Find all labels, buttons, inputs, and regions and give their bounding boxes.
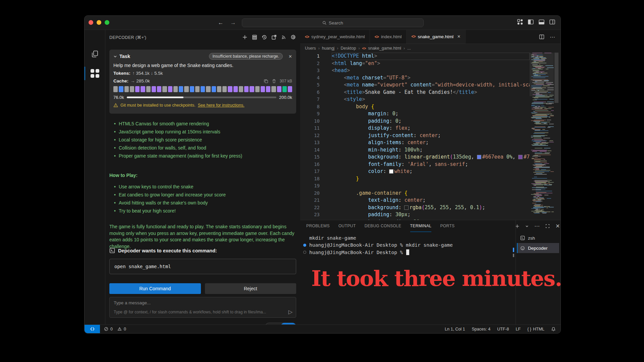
warnings-count[interactable]: 0	[124, 327, 126, 331]
split-editor-icon[interactable]	[539, 34, 544, 40]
editor-tab-index.html[interactable]: <>index.html	[370, 30, 407, 44]
context-block	[152, 86, 156, 92]
bell-icon[interactable]	[551, 327, 556, 331]
panel-more-icon[interactable]: ⋯	[534, 223, 540, 229]
tokens-label: Tokens:	[113, 71, 130, 76]
close-window-button[interactable]	[89, 20, 93, 25]
color-swatch	[519, 155, 522, 159]
task-close-icon[interactable]: ✕	[288, 54, 292, 59]
command-center-search[interactable]: Search	[242, 18, 424, 27]
list-item: Proper game state management (waiting fo…	[113, 152, 296, 160]
pages-icon[interactable]	[85, 46, 105, 62]
panel-tab-output[interactable]: OUTPUT	[338, 220, 356, 232]
broadcast-icon[interactable]	[281, 35, 286, 40]
git-instructions-link[interactable]: See here for instructions.	[198, 103, 245, 108]
toggle-panel-icon[interactable]	[539, 19, 544, 25]
context-block	[233, 86, 238, 92]
status-item[interactable]: Spaces: 4	[472, 327, 491, 331]
errors-count[interactable]: 0	[110, 327, 113, 331]
status-item[interactable]: Ln 1, Col 1	[445, 327, 465, 331]
line-number: 15	[300, 154, 320, 161]
close-panel-icon[interactable]: ✕	[555, 223, 560, 229]
status-item[interactable]: LF	[516, 327, 521, 331]
context-block	[157, 86, 161, 92]
panel-tab-terminal[interactable]: TERMINAL	[410, 220, 432, 232]
remote-indicator[interactable]	[85, 325, 100, 333]
line-number: 4	[300, 74, 320, 82]
breadcrumb-item[interactable]: Users	[305, 46, 316, 51]
terminal-name: zsh	[528, 236, 535, 241]
breadcrumb-item[interactable]: snake_game.html	[368, 46, 401, 51]
editor-tab-snake_game.html[interactable]: <>snake_game.html✕	[407, 30, 466, 44]
status-item[interactable]: UTF-8	[497, 327, 509, 331]
minimize-window-button[interactable]	[97, 20, 101, 25]
mcp-servers-icon[interactable]	[252, 35, 257, 40]
terminal-output[interactable]: mkdir snake-gamehuangj@JingMacBook-Air D…	[302, 234, 510, 256]
toggle-sidebar-icon[interactable]	[528, 19, 534, 25]
terminal-list-item-depcoder[interactable]: Depcoder	[517, 243, 559, 253]
line-number: 23	[300, 211, 320, 219]
terminal-dropdown-icon[interactable]	[525, 225, 529, 228]
command-box[interactable]: open snake_game.html	[109, 259, 296, 274]
breadcrumb[interactable]: Users›huangj›Desktop›<>snake_game.html›.…	[300, 44, 560, 53]
terminal-list-item-zsh[interactable]: zsh	[517, 233, 559, 243]
depcoder-extension-icon[interactable]	[85, 65, 105, 81]
trash-icon[interactable]	[272, 79, 276, 83]
line-number: 10	[300, 118, 320, 125]
task-size: 307 kB	[280, 79, 292, 83]
panel-tab-ports[interactable]: PORTS	[440, 220, 454, 232]
line-number: 21	[300, 197, 320, 204]
back-arrow-icon[interactable]: ←	[217, 19, 224, 26]
line-number: 3	[300, 67, 320, 74]
color-swatch	[405, 206, 408, 209]
input-hint: Type @ for context, / for slash commands…	[114, 310, 286, 314]
command-decoration-icon	[303, 244, 306, 247]
panel-tab-problems[interactable]: PROBLEMS	[306, 220, 330, 232]
reject-button[interactable]: Reject	[205, 283, 297, 294]
context-block	[141, 86, 145, 92]
tab-close-icon[interactable]: ✕	[457, 34, 461, 39]
context-block	[277, 86, 281, 92]
open-in-editor-icon[interactable]	[271, 35, 277, 40]
assistant-summary: The game is fully functional and ready t…	[109, 224, 296, 250]
message-input[interactable]: Type a message... Type @ for context, / …	[109, 297, 296, 318]
editor-tab-sydney_pear_website.html[interactable]: <>sydney_pear_website.html	[300, 30, 370, 44]
settings-gear-icon[interactable]	[291, 35, 296, 40]
task-header: Task	[119, 54, 130, 59]
context-block	[228, 86, 232, 92]
line-number: 9	[300, 110, 320, 118]
breadcrumb-item[interactable]: ...	[407, 46, 411, 51]
editor-scrollbar[interactable]	[554, 53, 559, 220]
errors-icon	[104, 327, 108, 331]
context-block	[124, 86, 129, 92]
breadcrumb-item[interactable]: Desktop	[341, 46, 356, 51]
editor-more-actions-icon[interactable]: ⋯	[550, 34, 555, 40]
context-block	[168, 86, 172, 92]
maximize-panel-icon[interactable]	[545, 224, 550, 228]
code-editor[interactable]: 1<!DOCTYPE html>2<html lang="en">3<head>…	[300, 53, 530, 220]
run-command-button[interactable]: Run Command	[109, 283, 201, 294]
history-icon[interactable]	[262, 35, 267, 40]
line-number: 13	[300, 139, 320, 146]
context-block	[184, 86, 189, 92]
tokens-up-icon: ↑	[132, 71, 136, 76]
html-file-icon: <>	[305, 35, 309, 39]
zoom-window-button[interactable]	[105, 20, 109, 25]
code-line: 22 background: rgba(255, 255, 255, 0.1);	[300, 204, 530, 212]
chevron-down-icon[interactable]	[113, 55, 117, 58]
code-line: 21 text-align: center;	[300, 197, 530, 204]
breadcrumb-item[interactable]: huangj	[322, 46, 335, 51]
context-block	[206, 86, 210, 92]
new-task-icon[interactable]	[242, 35, 248, 40]
customize-layout-icon[interactable]	[517, 19, 523, 25]
forward-arrow-icon[interactable]: →	[229, 19, 237, 26]
toggle-secondary-sidebar-icon[interactable]	[549, 19, 555, 25]
panel-tabs: PROBLEMSOUTPUTDEBUG CONSOLETERMINALPORTS	[306, 220, 455, 232]
minimap[interactable]	[530, 53, 554, 220]
send-icon[interactable]: ▷	[288, 309, 292, 315]
terminal-list: zshDepcoder	[517, 233, 559, 253]
command-decoration-icon	[303, 251, 306, 254]
panel-tab-debug-console[interactable]: DEBUG CONSOLE	[365, 220, 401, 232]
language-mode[interactable]: { } HTML	[527, 327, 544, 331]
copy-icon[interactable]	[264, 79, 268, 83]
